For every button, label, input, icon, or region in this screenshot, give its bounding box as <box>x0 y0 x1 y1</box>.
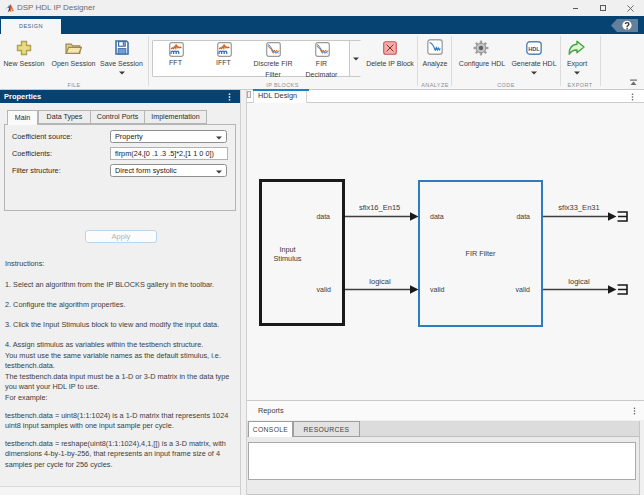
svg-text:FIR Filter: FIR Filter <box>466 249 497 258</box>
svg-text:valid: valid <box>516 286 531 293</box>
svg-text:valid: valid <box>430 286 445 293</box>
svg-text:Input: Input <box>279 245 295 254</box>
svg-text:sfix33_En31: sfix33_En31 <box>558 203 599 212</box>
svg-text:data: data <box>516 213 530 220</box>
svg-text:data: data <box>430 213 444 220</box>
svg-text:logical: logical <box>568 277 590 286</box>
svg-text:sfix16_En15: sfix16_En15 <box>359 203 400 212</box>
svg-text:logical: logical <box>369 277 391 286</box>
svg-text:valid: valid <box>317 286 332 293</box>
svg-text:HDL: HDL <box>528 46 540 52</box>
svg-text:Stimulus: Stimulus <box>274 254 302 263</box>
svg-text:data: data <box>316 213 330 220</box>
